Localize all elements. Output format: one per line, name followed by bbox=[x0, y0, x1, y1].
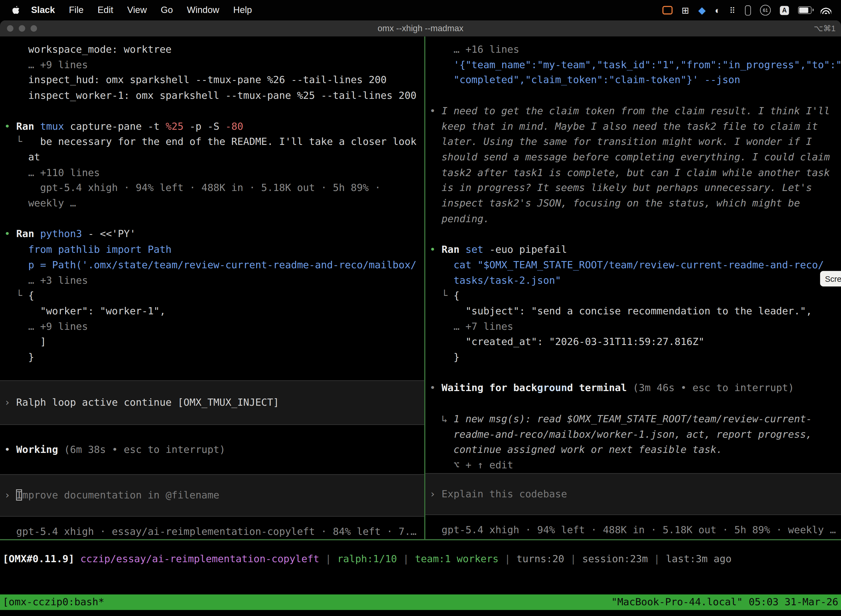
text-segment: groun bbox=[537, 382, 567, 393]
terminal-line: • I need to get the claim token from the… bbox=[429, 104, 841, 119]
terminal-line: inspect_hud: omx sparkshell --tmux-pane … bbox=[4, 73, 424, 88]
terminal-line: p = Path('.omx/state/team/review-current… bbox=[4, 258, 424, 273]
tmux-status-bar: [omx-cczip0:bash* "MacBook-Pro-44.local"… bbox=[0, 594, 841, 610]
text-segment: | bbox=[564, 553, 582, 565]
text-segment: turns:20 bbox=[517, 553, 564, 565]
text-segment: cczip/essay/ai-reimplementation-copyleft bbox=[80, 553, 319, 565]
terminal-line: ↳ 1 new msg(s): read $OMX_TEAM_STATE_ROO… bbox=[429, 412, 841, 427]
text-segment: └ bbox=[429, 290, 454, 301]
menu-edit[interactable]: Edit bbox=[91, 5, 120, 15]
text-segment: I need to get the claim token from the c… bbox=[441, 105, 830, 116]
text-segment: set bbox=[466, 244, 484, 255]
terminal-line: … +110 lines bbox=[4, 165, 424, 180]
terminal-line: inspect task2's JSON, focusing on the st… bbox=[429, 196, 841, 211]
terminal-line: workspace_mode: worktree bbox=[4, 42, 424, 57]
keyboard-input-icon[interactable]: A bbox=[780, 6, 789, 15]
menu-file[interactable]: File bbox=[62, 5, 91, 15]
close-button[interactable] bbox=[7, 25, 13, 31]
terminal: workspace_mode: worktree … +9 lines insp… bbox=[0, 37, 841, 616]
wifi-icon[interactable] bbox=[820, 7, 831, 13]
text-segment: • bbox=[429, 382, 441, 393]
terminal-line: └ be necessary for the end of the README… bbox=[4, 134, 424, 150]
text-segment: › bbox=[4, 489, 16, 501]
apple-menu-icon[interactable] bbox=[12, 5, 20, 15]
text-segment: Ran bbox=[441, 244, 466, 255]
terminal-line: "created_at": "2026-03-31T11:59:27.816Z" bbox=[429, 334, 841, 350]
pane-right[interactable]: … +16 lines '{"team_name":"my-team","tas… bbox=[425, 37, 841, 539]
blue-app-icon[interactable]: ◆ bbox=[698, 5, 706, 15]
gauge-61-icon[interactable]: 61 bbox=[760, 5, 771, 15]
screen-recording-indicator[interactable] bbox=[662, 6, 673, 14]
text-segment: › bbox=[429, 488, 441, 499]
terminal-line: weekly … bbox=[4, 196, 424, 211]
text-segment: Ran bbox=[16, 228, 40, 239]
terminal-line bbox=[429, 396, 841, 412]
terminal-line bbox=[429, 227, 841, 242]
text-segment: inspect_hud: omx sparkshell --tmux-pane … bbox=[4, 74, 387, 85]
text-segment: | bbox=[648, 553, 666, 565]
omx-status-bar: [OMX#0.11.9] cczip/essay/ai-reimplementa… bbox=[3, 551, 841, 567]
text-segment: ⌥ + ↑ edit bbox=[429, 459, 513, 471]
terminal-line: … +9 lines bbox=[4, 319, 424, 334]
text-segment: last:3m ago bbox=[666, 553, 731, 565]
contrast-app-icon[interactable]: ◐ bbox=[715, 6, 721, 15]
text-segment: keep that in mind. Maybe I also need the… bbox=[429, 120, 818, 132]
menu-slack[interactable]: Slack bbox=[24, 5, 62, 15]
terminal-line: "subject": "send a concise recommendatio… bbox=[429, 304, 841, 319]
text-segment: -80 bbox=[226, 120, 243, 132]
dots-grid-icon[interactable]: ⠿ bbox=[730, 6, 736, 14]
text-segment: } bbox=[429, 351, 459, 363]
terminal-line: … +3 lines bbox=[4, 273, 424, 288]
minimize-button[interactable] bbox=[19, 25, 25, 31]
text-segment: tasks/task-2.json" bbox=[429, 274, 561, 286]
zoom-button[interactable] bbox=[31, 25, 37, 31]
terminal-line bbox=[4, 365, 424, 381]
text-segment: '{"team_name":"my-team","task_id":"1","f… bbox=[429, 59, 841, 70]
prompt-input-left[interactable]: › Improve documentation in @filename bbox=[0, 474, 424, 516]
terminal-line: } bbox=[429, 350, 841, 365]
text-segment: gpt-5.4 xhigh · 94% left · 488K in · 5.1… bbox=[429, 524, 836, 536]
text-segment: "subject": "send a concise recommendatio… bbox=[429, 305, 812, 317]
text-segment: (6m 38s • esc to interrupt) bbox=[58, 444, 225, 455]
grid-app-icon[interactable]: ⊞ bbox=[681, 6, 689, 15]
terminal-line: is in progress? It seems likely but perh… bbox=[429, 180, 841, 196]
text-segment: • bbox=[429, 105, 441, 116]
menu-window[interactable]: Window bbox=[180, 5, 226, 15]
text-segment: is in progress? It seems likely but perh… bbox=[429, 182, 812, 194]
terminal-line: cat "$OMX_TEAM_STATE_ROOT/team/review-cu… bbox=[429, 258, 841, 273]
text-segment: be necessary for the end of the README. … bbox=[28, 136, 416, 147]
terminal-line: … +16 lines bbox=[429, 42, 841, 57]
model-status-right: gpt-5.4 xhigh · 94% left · 488K in · 5.1… bbox=[429, 523, 841, 538]
terminal-line: keep that in mind. Maybe I also need the… bbox=[429, 119, 841, 134]
text-segment: inspect task2's JSON, focusing on the st… bbox=[429, 197, 800, 209]
terminal-line: task2 after task1 is complete, but can I… bbox=[429, 165, 841, 180]
text-segment: pending. bbox=[429, 213, 489, 224]
menu-help[interactable]: Help bbox=[226, 5, 259, 15]
tmux-host-clock-label: "MacBook-Pro-44.local" 05:03 31-Mar-26 bbox=[611, 594, 838, 610]
text-segment: python3 bbox=[40, 228, 82, 239]
inject-banner: › Ralph loop active continue [OMX_TMUX_I… bbox=[0, 381, 424, 425]
menubar-status-icons: ⊞◆◐⠿61A bbox=[662, 5, 835, 15]
working-status: • Working (6m 38s • esc to interrupt) bbox=[4, 442, 424, 458]
terminal-line: pending. bbox=[429, 211, 841, 227]
menu-view[interactable]: View bbox=[120, 5, 154, 15]
terminal-line: continue assigned work or next feasible … bbox=[429, 442, 841, 458]
menu-go[interactable]: Go bbox=[154, 5, 180, 15]
screen-share-button-label: Scre bbox=[825, 274, 841, 283]
titlebar[interactable]: omx --xhigh --madmax ⌥⌘1 bbox=[0, 21, 841, 37]
window-shortcut: ⌥⌘1 bbox=[814, 24, 836, 34]
terminal-line bbox=[429, 365, 841, 381]
text-segment: ] bbox=[4, 336, 46, 348]
pane-left[interactable]: workspace_mode: worktree … +9 lines insp… bbox=[0, 37, 424, 539]
pill-app-icon[interactable] bbox=[745, 5, 751, 15]
prompt-input-right[interactable]: › Explain this codebase bbox=[425, 473, 841, 515]
terminal-line: └ { bbox=[429, 288, 841, 304]
text-segment: readme-and-reco/mailbox/worker-1.json, a… bbox=[429, 428, 812, 440]
text-segment: • bbox=[4, 228, 16, 239]
battery-icon[interactable] bbox=[798, 6, 812, 14]
screen-share-button[interactable]: Scre bbox=[820, 271, 841, 286]
left-pane-output: workspace_mode: worktree … +9 lines insp… bbox=[4, 42, 424, 381]
text-segment: | bbox=[498, 553, 517, 565]
text-segment: … +16 lines bbox=[429, 43, 519, 55]
text-segment: weekly … bbox=[4, 197, 76, 209]
